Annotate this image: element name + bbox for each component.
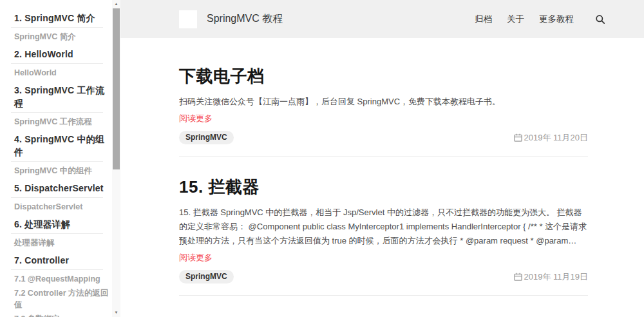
sidebar-link[interactable]: 7.1 @RequestMapping bbox=[14, 273, 112, 285]
sidebar-section-title[interactable]: 4. SpringMVC 中的组件 bbox=[14, 133, 112, 158]
sidebar-section-title[interactable]: 7. Controller bbox=[14, 254, 112, 267]
sidebar-section-title[interactable]: 2. HelloWorld bbox=[14, 48, 112, 61]
site-title[interactable]: SpringMVC 教程 bbox=[207, 12, 283, 26]
search-icon bbox=[595, 14, 605, 24]
divider bbox=[11, 161, 103, 162]
sidebar-section: 4. SpringMVC 中的组件 SpringMVC 中的组件 bbox=[14, 133, 112, 177]
divider bbox=[11, 233, 103, 234]
sidebar-section: 5. DispatcherServlet DispatcherServlet bbox=[14, 182, 112, 213]
sidebar-section: 3. SpringMVC 工作流程 SpringMVC 工作流程 bbox=[14, 84, 112, 128]
article-meta: SpringMVC 2019年 11月19日 bbox=[179, 270, 588, 283]
sidebar-link[interactable]: SpringMVC 工作流程 bbox=[14, 116, 112, 128]
article-card: 下载电子档 扫码关注微信公众号【江南一点雨】，后台回复 SpringMVC，免费… bbox=[179, 65, 588, 157]
calendar-icon bbox=[514, 273, 522, 281]
sidebar-link[interactable]: SpringMVC 中的组件 bbox=[14, 165, 112, 177]
divider bbox=[11, 63, 103, 64]
nav-link-archive[interactable]: 归档 bbox=[475, 14, 492, 25]
sidebar-link[interactable]: 处理器详解 bbox=[14, 237, 112, 249]
article-list: 下载电子档 扫码关注微信公众号【江南一点雨】，后台回复 SpringMVC，免费… bbox=[120, 38, 644, 317]
sidebar-scrollbar[interactable]: ▲ ▼ bbox=[112, 0, 120, 317]
divider bbox=[179, 156, 588, 157]
article-excerpt: 15. 拦截器 SpringMVC 中的拦截器，相当于 Jsp/Servlet … bbox=[179, 206, 588, 248]
search-button[interactable] bbox=[595, 14, 605, 24]
scroll-up-icon[interactable]: ▲ bbox=[112, 0, 120, 8]
sidebar-section-title[interactable]: 3. SpringMVC 工作流程 bbox=[14, 84, 112, 110]
article-date-text: 2019年 11月20日 bbox=[524, 132, 589, 144]
calendar-icon bbox=[514, 133, 522, 142]
site-header: SpringMVC 教程 归档 关于 更多教程 bbox=[120, 0, 644, 38]
divider bbox=[11, 269, 103, 270]
tag-badge[interactable]: SpringMVC bbox=[179, 131, 234, 144]
divider bbox=[179, 295, 588, 296]
article-date-text: 2019年 11月19日 bbox=[524, 271, 589, 283]
site-logo[interactable] bbox=[179, 10, 197, 28]
tag-badge[interactable]: SpringMVC bbox=[179, 270, 234, 283]
divider bbox=[11, 27, 103, 28]
sidebar-link[interactable]: 7.2 Controller 方法的返回值 bbox=[14, 287, 112, 311]
article-card: 15. 拦截器 15. 拦截器 SpringMVC 中的拦截器，相当于 Jsp/… bbox=[179, 176, 588, 296]
nav-link-about[interactable]: 关于 bbox=[507, 14, 524, 25]
scroll-down-icon[interactable]: ▼ bbox=[112, 309, 120, 317]
sidebar-section-title[interactable]: 1. SpringMVC 简介 bbox=[14, 12, 112, 24]
header-nav: 归档 关于 更多教程 bbox=[475, 14, 574, 25]
sidebar-section: 1. SpringMVC 简介 SpringMVC 简介 bbox=[14, 12, 112, 43]
article-excerpt: 扫码关注微信公众号【江南一点雨】，后台回复 SpringMVC，免费下载本教程电… bbox=[179, 95, 588, 109]
read-more-link[interactable]: 阅读更多 bbox=[179, 113, 213, 124]
article-title[interactable]: 15. 拦截器 bbox=[179, 176, 588, 198]
divider bbox=[11, 197, 103, 198]
sidebar-section-title[interactable]: 6. 处理器详解 bbox=[14, 218, 112, 231]
sidebar-toc: 1. SpringMVC 简介 SpringMVC 简介 2. HelloWor… bbox=[0, 0, 112, 317]
sidebar-section: 7. Controller 7.1 @RequestMapping 7.2 Co… bbox=[14, 254, 112, 317]
nav-link-more-tutorials[interactable]: 更多教程 bbox=[539, 14, 574, 25]
article-date: 2019年 11月20日 bbox=[514, 132, 589, 144]
article-date: 2019年 11月19日 bbox=[514, 271, 589, 283]
sidebar-section: 2. HelloWorld HelloWorld bbox=[14, 48, 112, 79]
article-meta: SpringMVC 2019年 11月20日 bbox=[179, 131, 588, 144]
divider bbox=[11, 112, 103, 113]
sidebar-link[interactable]: 7.3 参数绑定 bbox=[14, 313, 112, 317]
sidebar-link[interactable]: SpringMVC 简介 bbox=[14, 31, 112, 43]
sidebar-link[interactable]: DispatcherServlet bbox=[14, 201, 112, 213]
scrollbar-thumb[interactable] bbox=[113, 8, 120, 169]
sidebar-link[interactable]: HelloWorld bbox=[14, 67, 112, 79]
sidebar-section-title[interactable]: 5. DispatcherServlet bbox=[14, 182, 112, 195]
sidebar-section: 6. 处理器详解 处理器详解 bbox=[14, 218, 112, 249]
article-title[interactable]: 下载电子档 bbox=[179, 65, 588, 87]
read-more-link[interactable]: 阅读更多 bbox=[179, 252, 213, 264]
page: 1. SpringMVC 简介 SpringMVC 简介 2. HelloWor… bbox=[0, 0, 644, 317]
